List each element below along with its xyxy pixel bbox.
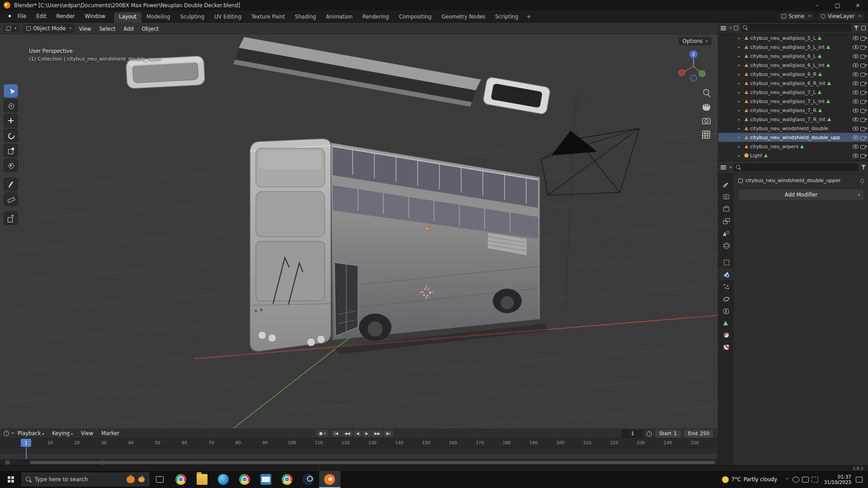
transport-play-button[interactable]: ▶ <box>363 430 371 437</box>
tool-scale[interactable] <box>4 144 18 157</box>
taskbar-chrome-2-icon[interactable] <box>234 471 255 488</box>
timeline-scrollbar[interactable] <box>30 461 715 464</box>
disable-render-camera-toggle[interactable] <box>860 90 867 94</box>
network-icon[interactable] <box>793 477 799 483</box>
menu-render[interactable]: Render <box>52 10 80 23</box>
properties-tab-particles[interactable] <box>718 280 734 292</box>
menu-edit[interactable]: Edit <box>31 10 51 23</box>
properties-tab-world[interactable] <box>718 239 734 251</box>
hide-viewport-eye-toggle[interactable] <box>853 99 859 103</box>
disable-render-camera-toggle[interactable] <box>860 136 867 140</box>
properties-tab-modifiers[interactable] <box>718 268 734 280</box>
properties-tab-render[interactable] <box>718 190 734 202</box>
outliner-item[interactable]: ▸Light <box>718 151 868 160</box>
timeline-editor-type-button[interactable]: ▾ <box>4 431 14 436</box>
timeline-menu-marker[interactable]: Marker <box>97 430 123 436</box>
disable-render-camera-toggle[interactable] <box>860 36 867 40</box>
start-button[interactable] <box>8 476 14 483</box>
properties-tab-material[interactable] <box>718 329 734 341</box>
taskbar-steam-icon[interactable] <box>298 471 319 488</box>
viewport-menu-object[interactable]: Object <box>138 26 163 32</box>
pin-icon[interactable] <box>860 179 864 183</box>
properties-filter-icon[interactable] <box>861 164 866 170</box>
timeline-menu-view[interactable]: View <box>77 430 97 436</box>
hide-viewport-eye-toggle[interactable] <box>853 154 859 158</box>
transport-prev-frame-button[interactable]: ◀ <box>354 430 362 437</box>
properties-tab-data[interactable] <box>718 317 734 329</box>
playhead-line[interactable] <box>26 446 27 459</box>
hide-viewport-eye-toggle[interactable] <box>853 72 859 76</box>
filter-icon[interactable] <box>854 25 859 31</box>
disclosure-icon[interactable]: ▸ <box>738 108 743 113</box>
viewlayer-selector[interactable]: ViewLayer × <box>818 12 864 20</box>
hide-viewport-eye-toggle[interactable] <box>853 63 859 67</box>
disclosure-icon[interactable]: ▸ <box>738 127 743 131</box>
taskbar-chrome-3-icon[interactable] <box>277 471 298 488</box>
camera-view-icon[interactable] <box>703 118 710 124</box>
disable-render-camera-toggle[interactable] <box>860 63 867 67</box>
scroll-handle[interactable] <box>5 460 9 465</box>
minimize-button[interactable]: – <box>807 0 827 10</box>
workspace-tab-modeling[interactable]: Modeling <box>142 12 175 23</box>
outliner-item[interactable]: ▸citybus_neu_wallglass_6_L_int <box>718 61 868 70</box>
properties-tab-constraints[interactable] <box>718 305 734 317</box>
hide-viewport-eye-toggle[interactable] <box>853 45 859 49</box>
disable-render-camera-toggle[interactable] <box>860 81 867 85</box>
workspace-tab-scripting[interactable]: Scripting <box>491 12 524 23</box>
timeline-ruler[interactable]: 1020304050607080901001101201301401501601… <box>0 438 718 448</box>
taskbar-chrome-icon[interactable] <box>170 471 192 488</box>
outliner-item[interactable]: ▸citybus_neu_wallglass_7_R <box>718 106 868 115</box>
properties-tab-scene[interactable] <box>718 227 734 239</box>
camera-object[interactable] <box>541 128 639 195</box>
taskbar-file-explorer-icon[interactable] <box>192 471 213 488</box>
add-workspace-button[interactable]: + <box>524 12 534 23</box>
properties-tab-object[interactable] <box>718 256 734 268</box>
navigation-gizmo[interactable]: Z <box>679 50 705 81</box>
disable-render-camera-toggle[interactable] <box>860 72 867 76</box>
viewport-menu-add[interactable]: Add <box>119 26 137 32</box>
menu-window[interactable]: Window <box>80 10 110 23</box>
workspace-tab-animation[interactable]: Animation <box>321 12 358 23</box>
outliner-item[interactable]: ▸citybus_neu_wallglass_7_R_int <box>718 115 868 124</box>
disable-render-camera-toggle[interactable] <box>860 127 867 131</box>
add-modifier-button[interactable]: Add Modifier ▾ <box>738 189 864 201</box>
taskbar-weather[interactable]: 7°C Partly cloudy <box>722 476 777 483</box>
disclosure-icon[interactable]: ▸ <box>738 72 743 76</box>
workspace-tab-layout[interactable]: Layout <box>114 12 142 23</box>
tool-transform[interactable] <box>4 159 18 172</box>
new-collection-icon[interactable] <box>861 26 866 30</box>
tool-measure[interactable] <box>4 192 18 206</box>
hide-viewport-eye-toggle[interactable] <box>853 136 859 140</box>
task-view-button[interactable] <box>156 476 164 483</box>
disclosure-icon[interactable]: ▸ <box>738 136 743 140</box>
disclosure-icon[interactable]: ▸ <box>738 54 743 58</box>
properties-editor-icon[interactable] <box>721 165 726 169</box>
outliner-item[interactable]: ▸citybus_neu_wallglass_5_L <box>718 33 868 42</box>
tray-clock[interactable]: 01:37 31/10/2023 <box>824 474 851 485</box>
disclosure-icon[interactable]: ▸ <box>738 90 743 94</box>
outliner-item[interactable]: ▸citybus_neu_wallglass_7_L <box>718 88 868 97</box>
properties-search-input[interactable] <box>734 164 859 171</box>
disable-render-camera-toggle[interactable] <box>860 45 867 49</box>
disable-render-camera-toggle[interactable] <box>860 117 867 122</box>
tool-select-box[interactable] <box>4 84 18 98</box>
hide-viewport-eye-toggle[interactable] <box>853 145 859 149</box>
disclosure-icon[interactable]: ▸ <box>738 45 743 49</box>
editor-type-button[interactable]: ▾ <box>3 25 20 32</box>
outliner-item[interactable]: ▸citybus_neu_wallglass_7_L_int <box>718 97 868 106</box>
workspace-tab-compositing[interactable]: Compositing <box>394 12 436 23</box>
tool-rotate[interactable] <box>4 129 18 142</box>
taskbar-mail-icon[interactable] <box>255 471 277 488</box>
zoom-tool-icon[interactable] <box>703 89 710 97</box>
workspace-tab-sculpting[interactable]: Sculpting <box>175 12 209 23</box>
transport-jump-end-button[interactable]: ▶| <box>384 430 393 437</box>
auto-keying-button[interactable]: ●▾ <box>316 430 329 437</box>
outliner-item[interactable]: ▸citybus_neu_wallglass_6_R <box>718 70 868 79</box>
mode-dropdown[interactable]: Object Mode ▾ <box>23 24 75 33</box>
disclosure-icon[interactable]: ▸ <box>738 36 743 40</box>
viewport-3d[interactable]: Z User Perspective (1) Collection | city… <box>0 34 718 428</box>
hide-viewport-eye-toggle[interactable] <box>853 108 859 113</box>
viewlayer-close-icon[interactable]: × <box>858 14 861 18</box>
notification-center-icon[interactable] <box>856 477 863 483</box>
hide-viewport-eye-toggle[interactable] <box>853 54 859 58</box>
